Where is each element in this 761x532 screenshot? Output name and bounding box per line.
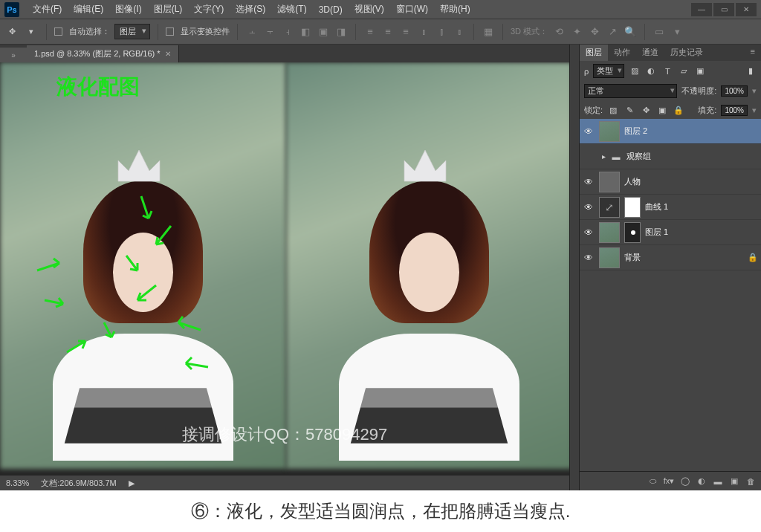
align-hcenter-icon[interactable]: ▣ — [317, 25, 330, 39]
layer-row[interactable]: 👁 ⤢ 曲线 1 — [580, 195, 761, 220]
visibility-toggle[interactable]: 👁 — [583, 227, 595, 238]
auto-select-checkbox[interactable] — [54, 27, 62, 36]
layer-row[interactable]: 👁 人物 — [580, 169, 761, 195]
menu-select[interactable]: 选择(S) — [230, 3, 271, 16]
align-bottom-icon[interactable]: ⫞ — [281, 25, 294, 39]
menu-view[interactable]: 视图(V) — [349, 3, 390, 16]
menu-edit[interactable]: 编辑(E) — [68, 3, 109, 16]
distribute-bottom-icon[interactable]: ≡ — [399, 25, 412, 39]
auto-select-target[interactable]: 图层 — [114, 24, 150, 39]
distribute-top-icon[interactable]: ≡ — [363, 25, 377, 39]
menu-help[interactable]: 帮助(H) — [434, 3, 476, 16]
align-left-icon[interactable]: ◧ — [299, 25, 312, 39]
panel-menu-icon[interactable]: ≡ — [745, 45, 761, 61]
blend-mode-select[interactable]: 正常 — [584, 84, 677, 98]
layer-row[interactable]: ▸ ▬ 观察组 — [580, 144, 761, 169]
layer-name[interactable]: 观察组 — [626, 151, 651, 162]
tab-channels[interactable]: 通道 — [636, 45, 664, 61]
layer-row[interactable]: 👁 图层 2 — [580, 119, 761, 144]
close-tab-icon[interactable]: ✕ — [165, 50, 171, 58]
3d-roll-icon[interactable]: ✦ — [570, 25, 583, 39]
lock-pixels-icon[interactable]: ✎ — [624, 104, 635, 116]
distribute-hcenter-icon[interactable]: ⫿ — [435, 25, 448, 39]
filter-shape-icon[interactable]: ▱ — [678, 65, 690, 77]
workspace-switcher-icon[interactable]: ▾ — [670, 25, 684, 39]
tab-home-icon[interactable]: » — [0, 48, 27, 62]
layer-name[interactable]: 背景 — [624, 252, 641, 263]
lock-transparency-icon[interactable]: ▨ — [607, 104, 619, 116]
3d-zoom-icon[interactable]: 🔍 — [624, 25, 637, 39]
show-transform-checkbox[interactable] — [166, 27, 174, 36]
add-mask-icon[interactable]: ◯ — [679, 476, 691, 487]
align-vcenter-icon[interactable]: ⫟ — [263, 25, 276, 39]
move-tool-icon[interactable]: ✥ — [4, 25, 19, 39]
filter-type-icon[interactable]: T — [661, 65, 673, 77]
document-tabbar: » 1.psd @ 8.33% (图层 2, RGB/16) * ✕ — [0, 45, 569, 62]
menu-image[interactable]: 图像(I) — [109, 3, 147, 16]
align-top-icon[interactable]: ⫠ — [245, 25, 259, 39]
visibility-toggle[interactable]: 👁 — [583, 177, 595, 187]
filter-pixel-icon[interactable]: ▨ — [629, 65, 641, 77]
menu-filter[interactable]: 滤镜(T) — [271, 3, 312, 16]
menu-layer[interactable]: 图层(L) — [148, 3, 189, 16]
layer-thumbnail[interactable] — [599, 121, 620, 142]
layer-name[interactable]: 图层 2 — [624, 126, 647, 137]
distribute-vcenter-icon[interactable]: ≡ — [381, 25, 395, 39]
distribute-left-icon[interactable]: ⫾ — [417, 25, 430, 39]
visibility-toggle[interactable]: 👁 — [583, 253, 595, 263]
zoom-level[interactable]: 8.33% — [6, 479, 29, 487]
delete-layer-icon[interactable]: 🗑 — [745, 476, 757, 487]
layer-mask-thumbnail[interactable] — [624, 222, 641, 243]
tab-history[interactable]: 历史记录 — [664, 45, 709, 61]
fill-input[interactable]: 100% — [721, 105, 748, 116]
new-layer-icon[interactable]: ▣ — [728, 476, 740, 487]
auto-align-icon[interactable]: ▦ — [482, 25, 495, 39]
layer-mask-thumbnail[interactable] — [624, 197, 641, 218]
window-minimize[interactable]: — — [691, 3, 712, 16]
menu-3d[interactable]: 3D(D) — [313, 4, 349, 15]
visibility-toggle[interactable]: 👁 — [583, 202, 595, 213]
lock-position-icon[interactable]: ✥ — [640, 104, 652, 116]
opacity-input[interactable]: 100% — [721, 85, 748, 97]
tab-layers[interactable]: 图层 — [580, 45, 608, 61]
canvas[interactable]: 液化配图 接调修设计QQ：578094297 — [0, 62, 569, 476]
filter-adjust-icon[interactable]: ◐ — [645, 65, 657, 77]
tab-actions[interactable]: 动作 — [608, 45, 636, 61]
filter-smart-icon[interactable]: ▣ — [694, 65, 706, 77]
visibility-toggle[interactable]: 👁 — [583, 126, 595, 137]
canvas-image-left — [0, 62, 286, 469]
link-layers-icon[interactable]: ⬭ — [647, 476, 658, 487]
3d-orbit-icon[interactable]: ⟲ — [552, 25, 566, 39]
layer-thumbnail[interactable] — [599, 222, 620, 243]
arrange-docs-icon[interactable]: ▭ — [652, 25, 666, 39]
menu-file[interactable]: 文件(F) — [27, 3, 68, 16]
layer-filter-type[interactable]: 类型 — [593, 64, 624, 78]
lock-artboard-icon[interactable]: ▣ — [656, 104, 668, 116]
layer-fx-icon[interactable]: fx▾ — [663, 476, 675, 487]
group-expand-icon[interactable]: ▸ — [602, 152, 606, 160]
new-group-icon[interactable]: ▬ — [712, 476, 724, 487]
document-tab[interactable]: 1.psd @ 8.33% (图层 2, RGB/16) * ✕ — [27, 45, 179, 62]
lock-all-icon[interactable]: 🔒 — [673, 104, 684, 116]
3d-pan-icon[interactable]: ✥ — [588, 25, 601, 39]
layer-row[interactable]: 👁 图层 1 — [580, 220, 761, 245]
3d-slide-icon[interactable]: ↗ — [606, 25, 619, 39]
layer-name[interactable]: 图层 1 — [645, 227, 668, 238]
window-close[interactable]: ✕ — [736, 3, 757, 16]
layer-thumbnail[interactable] — [599, 172, 620, 192]
window-maximize[interactable]: ▭ — [713, 3, 734, 16]
align-right-icon[interactable]: ◨ — [334, 25, 348, 39]
adjustment-thumbnail[interactable]: ⤢ — [599, 197, 620, 218]
menu-type[interactable]: 文字(Y) — [188, 3, 230, 16]
distribute-right-icon[interactable]: ⫾ — [453, 25, 466, 39]
layer-name[interactable]: 曲线 1 — [645, 201, 668, 213]
tool-preset-dropdown[interactable]: ▾ — [24, 25, 39, 39]
collapsed-panel-strip[interactable] — [569, 45, 579, 490]
status-expand-icon[interactable]: ▶ — [129, 479, 135, 488]
layer-name[interactable]: 人物 — [624, 176, 641, 187]
filter-toggle[interactable]: ▮ — [745, 65, 757, 77]
add-adjustment-icon[interactable]: ◐ — [696, 476, 707, 487]
layer-row[interactable]: 👁 背景 🔒 — [580, 245, 761, 270]
layer-thumbnail[interactable] — [599, 247, 620, 268]
menu-window[interactable]: 窗口(W) — [390, 3, 434, 16]
